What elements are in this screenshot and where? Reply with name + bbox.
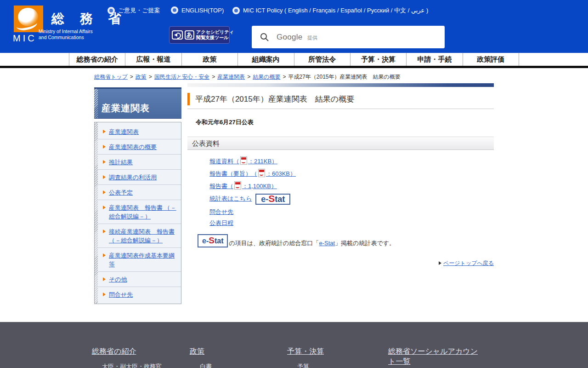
header-link-ict-policy[interactable]: MIC ICT Policy ( English / Français / Es… <box>232 6 428 15</box>
sidebar-item-label: 産業連関表 <box>109 127 139 136</box>
content-top-gradient <box>187 83 494 87</box>
sidebar-item-contact[interactable]: 問合せ先 <box>95 287 181 302</box>
sidebar-item-label: 問合せ先 <box>109 290 133 299</box>
breadcrumb-link-life-safety[interactable]: 国民生活と安心・安全 <box>154 74 209 80</box>
page-title: 平成27年（2015年）産業連関表 結果の概要 <box>187 93 494 105</box>
nav-item-about[interactable]: 総務省の紹介 <box>69 53 125 66</box>
accessibility-line2: 閲覧支援ツール <box>196 35 228 40</box>
breadcrumb-separator: > <box>149 74 152 80</box>
header-link-feedback[interactable]: ご意見・ご提案 <box>107 6 160 15</box>
pdf-icon <box>234 181 241 190</box>
list-item: 公表日程 <box>209 219 494 227</box>
sidebar-item-linked-report[interactable]: 接続産業連関表 報告書（－総合解説編－） <box>95 224 181 248</box>
header-link-label: ご意見・ご提案 <box>118 6 160 15</box>
breadcrumb-link-top[interactable]: 総務省トップ <box>94 74 128 80</box>
mic-logo[interactable]: MIC 総 務 省 Ministry of Internal Affairs a… <box>13 4 109 47</box>
list-item: 報告書（要旨）（：603KB） <box>209 169 494 178</box>
list-item: 報告書（：1,100KB） <box>209 181 494 190</box>
triangle-bullet-icon <box>103 277 106 281</box>
footer-column-about: 総務省の紹介 大臣・副大臣・政務官 <box>92 346 184 368</box>
estat-logo-button[interactable]: e-Stat <box>255 194 290 205</box>
estat-text: e- <box>261 196 268 203</box>
footer-link-about[interactable]: 総務省の紹介 <box>92 347 136 355</box>
search-provider-label: Google <box>277 33 303 42</box>
nav-item-pr[interactable]: 広報・報道 <box>125 53 181 66</box>
report-summary-pdf-link[interactable]: 報告書（要旨）（：603KB） <box>209 170 296 177</box>
sidebar-item-label: 産業連関表の概要 <box>109 143 157 151</box>
sidebar-item-estimates[interactable]: 推計結果 <box>95 155 181 170</box>
global-nav-items: 総務省の紹介 広報・報道 政策 組織案内 所管法令 予算・決算 申請・手続 政策… <box>69 53 519 66</box>
release-schedule-link[interactable]: 公表日程 <box>209 219 233 226</box>
sidebar-item-label: 推計結果 <box>109 158 133 167</box>
site-header: MIC 総 務 省 Ministry of Internal Affairs a… <box>0 0 588 53</box>
global-nav: 総務省の紹介 広報・報道 政策 組織案内 所管法令 予算・決算 申請・手続 政策… <box>0 53 588 66</box>
report-pdf-link[interactable]: 報告書（：1,100KB） <box>209 183 277 190</box>
sidebar-item-label: 産業連関表 報告書 （－総合解説編－） <box>109 203 177 221</box>
triangle-bullet-icon <box>103 175 106 179</box>
estat-site-link[interactable]: e-Stat <box>319 240 335 247</box>
link-text: 報告書（要旨）（ <box>209 170 257 177</box>
sidebar-item-utilization[interactable]: 調査結果の利活用 <box>95 170 181 185</box>
statistics-table-link[interactable]: 統計表はこちら <box>209 195 252 202</box>
sidebar-menu: 産業連関表 産業連関表の概要 推計結果 調査結果の利活用 公表予定 産業連関表 … <box>94 122 181 304</box>
header-link-label: MIC ICT Policy ( English / Français / Es… <box>243 6 428 15</box>
nav-item-organization[interactable]: 組織案内 <box>237 53 294 66</box>
sidebar-item-io-tables[interactable]: 産業連関表 <box>95 124 181 139</box>
breadcrumb-link-policy[interactable]: 政策 <box>136 74 147 80</box>
main-content: 平成27年（2015年）産業連関表 結果の概要 令和元年6月27日公表 公表資料… <box>187 83 494 267</box>
ministry-subtitle-1: Ministry of Internal Affairs <box>39 29 93 34</box>
triangle-bullet-icon <box>103 206 106 209</box>
footer-link-policy[interactable]: 政策 <box>190 347 204 355</box>
sidebar-item-others[interactable]: その他 <box>95 272 181 287</box>
nav-item-budget[interactable]: 予算・決算 <box>350 53 406 66</box>
section-heading: 公表資料 <box>187 137 494 150</box>
triangle-bullet-icon <box>103 190 106 194</box>
back-to-top-link[interactable]: ページトップへ戻る <box>443 260 494 266</box>
header-link-english[interactable]: ENGLISH(TOP) <box>171 6 224 14</box>
breadcrumb: 総務省トップ>政策>国民生活と安心・安全>産業連関表>結果の概要>平成27年（2… <box>94 73 401 81</box>
ring-icon <box>107 7 115 14</box>
back-to-top-triangle-icon <box>439 261 441 265</box>
nav-item-policy[interactable]: 政策 <box>181 53 237 66</box>
ministry-subtitle-2: and Communications <box>39 34 84 40</box>
estat-text: tat <box>215 237 224 245</box>
estat-text: e- <box>202 237 209 245</box>
back-to-top: ページトップへ戻る <box>187 259 494 267</box>
note-text-before: の項目は、政府統計の総合窓口「 <box>229 240 319 247</box>
sidebar-item-overview[interactable]: 産業連関表の概要 <box>95 139 181 155</box>
link-text: 報道資料（ <box>209 158 239 165</box>
nav-item-laws[interactable]: 所管法令 <box>294 53 350 66</box>
breadcrumb-link-results[interactable]: 結果の概要 <box>253 74 280 80</box>
estat-note: e-Stat の項目は、政府統計の総合窓口「e-Stat」掲載の統計表です。 <box>198 234 494 247</box>
sidebar-item-release-schedule[interactable]: 公表予定 <box>95 185 181 200</box>
nav-item-application[interactable]: 申請・手続 <box>406 53 462 66</box>
note-text: の項目は、政府統計の総合窓口「e-Stat」掲載の統計表です。 <box>229 239 395 247</box>
footer-link-budget[interactable]: 予算・決算 <box>287 347 324 355</box>
accessibility-tool-button[interactable]: あ アクセシビリティ 閲覧支援ツール <box>169 26 230 44</box>
sidebar-item-label: 公表予定 <box>109 188 133 197</box>
footer-sublink-budget[interactable]: 予算 <box>297 362 374 368</box>
sidebar-item-basic-guidelines[interactable]: 産業連関表作成基本要綱等 <box>95 248 181 272</box>
publish-date: 令和元年6月27日公表 <box>196 118 494 126</box>
press-material-pdf-link[interactable]: 報道資料（：211KB） <box>209 158 277 165</box>
breadcrumb-current: 平成27年（2015年）産業連関表 結果の概要 <box>288 74 400 80</box>
footer-link-social-accounts[interactable]: 総務省ソーシャルアカウント一覧 <box>388 347 478 365</box>
triangle-bullet-icon <box>103 253 106 257</box>
sidebar-item-report[interactable]: 産業連関表 報告書 （－総合解説編－） <box>95 200 181 224</box>
breadcrumb-link-io-tables[interactable]: 産業連関表 <box>217 74 245 80</box>
triangle-bullet-icon <box>103 293 106 296</box>
footer: 総務省の紹介 大臣・副大臣・政務官 政策 白書 予算・決算 予算 総務省ソーシャ… <box>0 322 588 368</box>
triangle-bullet-icon <box>103 145 106 149</box>
file-size: ：603KB） <box>266 170 296 177</box>
search-provided-label: 提供 <box>307 34 317 41</box>
footer-sublink-whitepaper[interactable]: 白書 <box>200 362 272 368</box>
footer-column-policy: 政策 白書 <box>190 346 272 368</box>
contact-link[interactable]: 問合せ先 <box>209 208 233 215</box>
search-input[interactable]: Google 提供 <box>252 26 445 48</box>
footer-column-budget: 予算・決算 予算 <box>287 346 374 368</box>
footer-sublink-ministers[interactable]: 大臣・副大臣・政務官 <box>102 362 184 368</box>
nav-item-evaluation[interactable]: 政策評価 <box>463 53 519 66</box>
mic-acronym: MIC <box>13 33 37 44</box>
estat-logo: e-Stat <box>198 234 228 247</box>
pdf-icon <box>240 156 247 165</box>
